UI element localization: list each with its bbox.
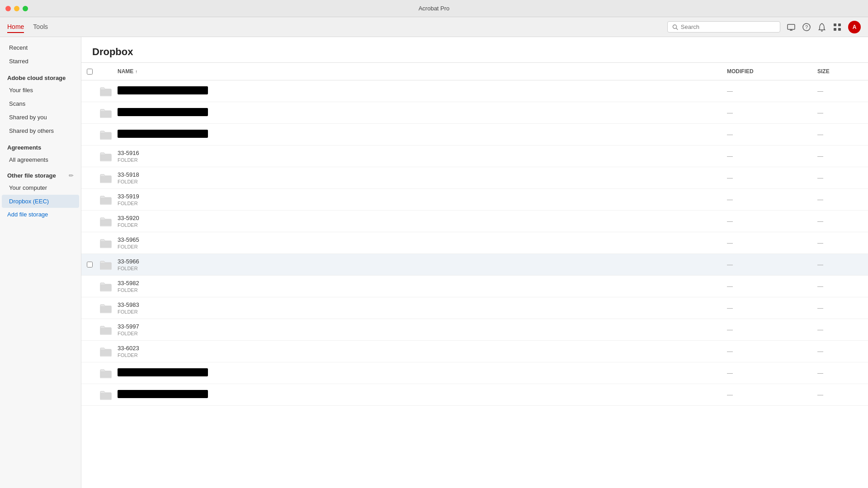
file-table: NAME ↑ MODIFIED SIZE — —: [81, 62, 868, 488]
tab-home[interactable]: Home: [7, 21, 24, 33]
add-storage-link[interactable]: Add file storage: [0, 208, 81, 221]
row-name: 33-6023 FOLDER: [114, 343, 723, 360]
row-name: 33-5918 FOLDER: [114, 169, 723, 186]
table-row[interactable]: 33-5916 FOLDER — —: [81, 145, 868, 167]
folder-icon: [98, 130, 114, 140]
row-name: 33-5919 FOLDER: [114, 191, 723, 208]
sidebar-section-agreements: Agreements: [0, 138, 81, 153]
folder-icon: [98, 303, 114, 313]
sidebar-other-storage-header: Other file storage ✏: [0, 167, 81, 181]
table-row[interactable]: 33-5918 FOLDER — —: [81, 167, 868, 189]
select-all-checkbox[interactable]: [87, 69, 93, 75]
folder-icon: [98, 86, 114, 96]
row-name: 33-5916 FOLDER: [114, 148, 723, 164]
screen-share-icon[interactable]: [787, 23, 796, 32]
row-size: —: [814, 324, 868, 335]
row-modified: —: [723, 194, 814, 205]
row-modified: —: [723, 129, 814, 140]
row-size: —: [814, 238, 868, 248]
table-header: NAME ↑ MODIFIED SIZE: [81, 62, 868, 80]
tab-tools[interactable]: Tools: [33, 21, 48, 33]
sidebar-item-your-computer[interactable]: Your computer: [2, 181, 79, 194]
row-modified: —: [723, 346, 814, 357]
search-icon: [672, 24, 678, 30]
row-size: —: [814, 259, 868, 270]
row-size: —: [814, 346, 868, 357]
nav-bar: Home Tools ?: [0, 17, 868, 37]
svg-text:?: ?: [805, 24, 808, 30]
row-modified: —: [723, 281, 814, 291]
row-size: —: [814, 86, 868, 96]
app-body: Recent Starred Adobe cloud storage Your …: [0, 37, 868, 488]
close-button[interactable]: [5, 6, 11, 11]
traffic-lights: [5, 6, 28, 11]
search-input[interactable]: [681, 23, 775, 30]
row-modified: —: [723, 86, 814, 96]
row-modified: —: [723, 108, 814, 118]
edit-icon[interactable]: ✏: [69, 172, 74, 179]
table-row[interactable]: — —: [81, 124, 868, 145]
sidebar-item-dropbox[interactable]: Dropbox (EEC): [2, 195, 79, 208]
row-modified: —: [723, 259, 814, 270]
table-row[interactable]: 33-5982 FOLDER — —: [81, 276, 868, 297]
row-name: 33-5965 FOLDER: [114, 235, 723, 251]
maximize-button[interactable]: [23, 6, 28, 11]
row-size: —: [814, 173, 868, 183]
sidebar-item-starred[interactable]: Starred: [2, 55, 79, 68]
svg-rect-10: [838, 28, 841, 31]
row-size: —: [814, 108, 868, 118]
sidebar-item-all-agreements[interactable]: All agreements: [2, 153, 79, 166]
avatar[interactable]: A: [848, 21, 861, 33]
minimize-button[interactable]: [14, 6, 19, 11]
column-name[interactable]: NAME ↑: [114, 66, 723, 76]
nav-right: ? A: [667, 21, 861, 33]
table-row[interactable]: 33-5920 FOLDER — —: [81, 211, 868, 232]
row-name: 33-5997 FOLDER: [114, 321, 723, 338]
table-row[interactable]: — —: [81, 384, 868, 406]
content-header: Dropbox: [81, 37, 868, 62]
sidebar-item-shared-by-others[interactable]: Shared by others: [2, 124, 79, 137]
table-row[interactable]: — —: [81, 80, 868, 102]
sort-icon: ↑: [135, 69, 137, 74]
row-modified: —: [723, 368, 814, 378]
table-row[interactable]: 33-5997 FOLDER — —: [81, 319, 868, 341]
row-name: [114, 388, 723, 401]
notifications-icon[interactable]: [817, 23, 826, 32]
row-size: —: [814, 129, 868, 140]
row-modified: —: [723, 324, 814, 335]
folder-icon: [98, 368, 114, 378]
table-row[interactable]: 33-6023 FOLDER — —: [81, 341, 868, 362]
row-size: —: [814, 281, 868, 291]
folder-icon: [98, 173, 114, 183]
page-title: Dropbox: [92, 46, 857, 58]
table-row[interactable]: — —: [81, 362, 868, 384]
sidebar-item-your-files[interactable]: Your files: [2, 84, 79, 97]
table-row[interactable]: 33-5966 FOLDER — —: [81, 254, 868, 276]
row-modified: —: [723, 173, 814, 183]
table-row[interactable]: 33-5919 FOLDER — —: [81, 189, 868, 211]
sidebar-item-scans[interactable]: Scans: [2, 97, 79, 110]
svg-line-1: [676, 28, 678, 29]
folder-icon: [98, 238, 114, 248]
row-name: 33-5983 FOLDER: [114, 300, 723, 316]
folder-icon: [98, 390, 114, 400]
row-name: [114, 84, 723, 98]
row-size: —: [814, 389, 868, 400]
main-content: Dropbox NAME ↑ MODIFIED SIZE: [81, 37, 868, 488]
table-body: — — — — —: [81, 80, 868, 406]
row-name: [114, 128, 723, 141]
folder-icon: [98, 282, 114, 291]
table-row[interactable]: — —: [81, 102, 868, 124]
folder-icon: [98, 195, 114, 205]
table-row[interactable]: 33-5965 FOLDER — —: [81, 232, 868, 254]
row-modified: —: [723, 151, 814, 161]
sidebar-item-recent[interactable]: Recent: [2, 41, 79, 54]
title-bar: Acrobat Pro: [0, 0, 868, 17]
apps-icon[interactable]: [833, 23, 842, 32]
help-icon[interactable]: ?: [802, 23, 811, 32]
table-row[interactable]: 33-5983 FOLDER — —: [81, 297, 868, 319]
row-name: [114, 366, 723, 380]
row-checkbox[interactable]: [81, 262, 98, 267]
sidebar-item-shared-by-you[interactable]: Shared by you: [2, 111, 79, 124]
svg-rect-9: [834, 28, 836, 31]
